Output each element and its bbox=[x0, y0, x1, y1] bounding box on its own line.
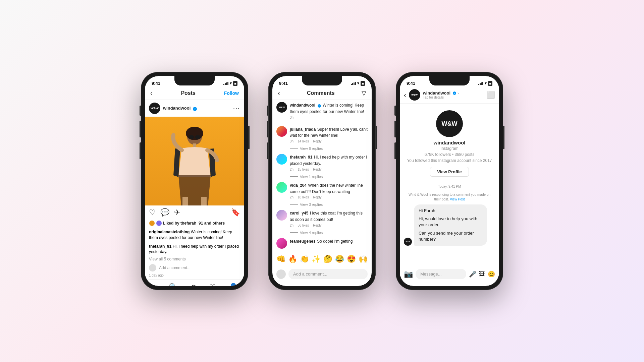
dm-info: windandwool ✓ › Tap for details bbox=[423, 90, 484, 99]
comment-input-placeholder: Add a comment... bbox=[293, 272, 327, 277]
add-tab[interactable]: ⊕ bbox=[191, 283, 197, 286]
comment-item-1: thefarah_91 Hi, i need help with my orde… bbox=[272, 152, 372, 173]
view-replies-1[interactable]: View 1 replies bbox=[272, 173, 372, 180]
comment-text-4: So dope! I'm getting bbox=[317, 239, 353, 244]
bottom-nav-1: ⌂ 🔍 ⊕ ♡ 👤 bbox=[145, 279, 244, 286]
dm-notification: Wind & Wool is responding to a comment y… bbox=[400, 191, 499, 204]
comment-input-2[interactable]: Add a comment... bbox=[288, 269, 368, 279]
message-input[interactable]: Message... bbox=[416, 269, 466, 279]
emoji-4[interactable]: 🤔 bbox=[323, 255, 332, 263]
phone-1: 9:41 ▾ ■ ‹ Posts Follow bbox=[141, 72, 248, 290]
view-post-link[interactable]: View Post bbox=[450, 197, 465, 201]
post-more-button[interactable]: ··· bbox=[233, 105, 240, 112]
commenter-name-1: thefarah_91 bbox=[290, 155, 312, 160]
home-tab[interactable]: ⌂ bbox=[151, 283, 156, 286]
svg-rect-3 bbox=[182, 197, 188, 205]
commenter-avatar bbox=[149, 264, 156, 272]
dm-profile-avatar: W&W bbox=[436, 110, 463, 137]
comment-button[interactable]: 💬 bbox=[160, 208, 169, 217]
view-replies-3[interactable]: View 4 replies bbox=[272, 229, 372, 236]
post-username: windandwool ✓ bbox=[163, 106, 233, 111]
post-header: W&W windandwool ✓ ··· bbox=[145, 100, 244, 117]
post-image bbox=[145, 117, 244, 205]
emoji-7[interactable]: 🙌 bbox=[359, 255, 368, 263]
bookmark-button[interactable]: 🔖 bbox=[231, 208, 240, 217]
view-profile-button[interactable]: View Profile bbox=[430, 167, 469, 177]
camera-button[interactable]: 📷 bbox=[404, 270, 413, 279]
follow-button[interactable]: Follow bbox=[224, 90, 239, 96]
dm-subtitle[interactable]: Tap for details bbox=[423, 96, 484, 99]
comments-nav: ‹ Comments ▽ bbox=[272, 87, 372, 100]
photo-button[interactable]: 🖼 bbox=[479, 270, 485, 278]
view-replies-2[interactable]: View 3 replies bbox=[272, 201, 372, 208]
emoji-6[interactable]: 😍 bbox=[347, 255, 356, 263]
view-replies-0[interactable]: View 6 replies bbox=[272, 145, 372, 152]
wifi-icon-1: ▾ bbox=[230, 81, 232, 85]
status-time-1: 9:41 bbox=[152, 81, 160, 86]
back-button-1[interactable]: ‹ bbox=[150, 89, 153, 97]
post-actions: ♡ 💬 ✈ 🔖 bbox=[145, 205, 244, 220]
dm-message-row-1: W&W Hi Farah, Hi, would love to help you… bbox=[404, 204, 495, 246]
emoji-2[interactable]: 👏 bbox=[300, 255, 309, 263]
like-button[interactable]: ♡ bbox=[149, 208, 156, 217]
add-comment-bar: Add a comment... bbox=[272, 266, 372, 286]
liked-avatar-1 bbox=[149, 220, 155, 226]
dm-messages: W&W Hi Farah, Hi, would love to help you… bbox=[400, 204, 499, 266]
comment-item-4: teameugenes So dope! I'm getting bbox=[272, 236, 372, 251]
commenter-avatar-0[interactable] bbox=[276, 126, 287, 137]
comment-meta-2: 2h 18 likes Reply bbox=[290, 195, 368, 199]
status-icons-2: ▾ ■ bbox=[351, 81, 365, 86]
brand-avatar-2: W&W bbox=[276, 102, 287, 113]
sticker-button[interactable]: 😊 bbox=[488, 270, 495, 278]
dm-verified: ✓ bbox=[453, 92, 456, 95]
comment-item-2: vida_z04 When does the new winter line c… bbox=[272, 180, 372, 201]
post-time: 1 day ago bbox=[145, 274, 244, 279]
view-comments[interactable]: View all 5 comments bbox=[145, 256, 244, 262]
emoji-0[interactable]: 👊 bbox=[276, 255, 285, 263]
dm-sender-avatar: W&W bbox=[404, 238, 412, 246]
dm-timestamp: Today, 9:41 PM bbox=[400, 182, 499, 191]
comments-list: juliana_triada Super fresh! Love y'all. … bbox=[272, 121, 372, 252]
emoji-5[interactable]: 😂 bbox=[335, 255, 344, 263]
search-tab[interactable]: 🔍 bbox=[169, 283, 178, 286]
dm-profile-name: windandwool bbox=[434, 140, 466, 145]
dm-profile-section: W&W windandwool Instagram 679K followers… bbox=[400, 104, 499, 182]
activity-tab[interactable]: ♡ bbox=[209, 283, 216, 286]
wifi-icon-2: ▾ bbox=[357, 81, 359, 85]
commenter-avatar-1[interactable] bbox=[276, 154, 287, 165]
commenter-avatar-3[interactable] bbox=[276, 210, 287, 221]
dm-brand-avatar[interactable]: W&W bbox=[409, 89, 420, 101]
battery-icon-1: ■ bbox=[233, 81, 237, 86]
emoji-reactions: 👊 🔥 👏 ✨ 🤔 😂 😍 🙌 bbox=[272, 252, 372, 266]
status-time-3: 9:41 bbox=[407, 81, 415, 86]
phones-container: 9:41 ▾ ■ ‹ Posts Follow bbox=[141, 72, 503, 290]
share-button[interactable]: ✈ bbox=[174, 208, 180, 217]
nav-title-1: Posts bbox=[181, 90, 196, 96]
back-button-2[interactable]: ‹ bbox=[278, 89, 280, 97]
battery-icon-2: ■ bbox=[361, 81, 365, 86]
commenter-name-4: teameugenes bbox=[290, 239, 316, 244]
caption-username: originalcoastclothing bbox=[149, 230, 190, 234]
emoji-3[interactable]: ✨ bbox=[312, 255, 321, 263]
comment-item-0: juliana_triada Super fresh! Love y'all. … bbox=[272, 124, 372, 145]
mic-button[interactable]: 🎤 bbox=[469, 270, 476, 278]
comment-meta-0: 3h 14 likes Reply bbox=[290, 139, 368, 143]
back-button-3[interactable]: ‹ bbox=[404, 91, 406, 99]
comment-input[interactable]: Add a comment... bbox=[159, 265, 191, 270]
comment-content-0: juliana_triada Super fresh! Love y'all. … bbox=[290, 126, 368, 143]
svg-rect-5 bbox=[189, 135, 194, 139]
filter-button[interactable]: ▽ bbox=[362, 89, 366, 97]
brand-avatar-1[interactable]: W&W bbox=[149, 103, 160, 114]
emoji-1[interactable]: 🔥 bbox=[288, 255, 297, 263]
profile-tab[interactable]: 👤 bbox=[229, 283, 238, 286]
phone-2: 9:41 ▾ ■ ‹ Comments ▽ bbox=[268, 72, 376, 290]
comment-content-4: teameugenes So dope! I'm getting bbox=[290, 238, 368, 249]
commenter-avatar-4[interactable] bbox=[276, 238, 287, 249]
video-call-button[interactable]: ⬜ bbox=[487, 91, 495, 99]
signal-icon-3 bbox=[478, 82, 483, 85]
brand-verified-2: ✓ bbox=[318, 104, 321, 108]
signal-icon-1 bbox=[223, 82, 228, 85]
signal-icon-2 bbox=[351, 82, 356, 85]
phone1-nav: ‹ Posts Follow bbox=[145, 87, 244, 100]
commenter-avatar-2[interactable] bbox=[276, 182, 287, 193]
